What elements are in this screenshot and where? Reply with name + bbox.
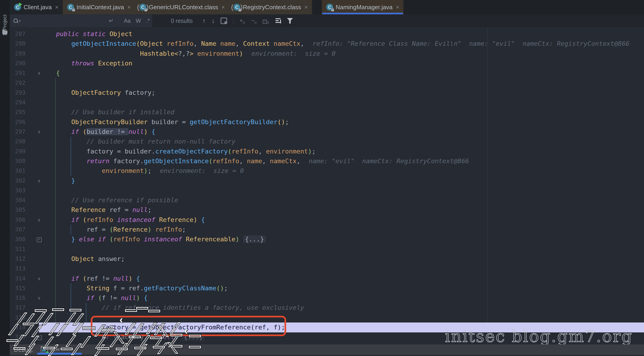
line-number: 311 <box>10 244 26 254</box>
filter-search-results-icon[interactable] <box>276 18 281 23</box>
code-line[interactable]: 298 // builder must return non-null fact… <box>10 137 644 146</box>
code-line[interactable]: 295 // Use builder if installed <box>10 107 644 117</box>
debug-tool-window-bar: Debug: Client × <box>10 345 644 355</box>
code-line[interactable]: 303 <box>10 186 644 195</box>
line-number: 307 <box>10 225 26 234</box>
code-text: Reference ref = null; <box>41 205 152 215</box>
toggle-occurrences-button[interactable]: ✓II <box>263 17 269 24</box>
code-text: } <box>41 176 75 186</box>
code-line[interactable]: 300 return factory.getObjectInstance(ref… <box>10 156 644 166</box>
tab-label: Client.java <box>24 4 52 11</box>
code-line[interactable]: 297∨ if (builder != null) { <box>10 127 644 137</box>
code-text: ObjectFactory factory; <box>41 88 155 98</box>
remove-occurrence-button[interactable]: −II <box>251 17 257 24</box>
editor-tab[interactable]: CNamingManager.java× <box>322 0 404 14</box>
select-all-occurrences-button[interactable] <box>220 17 227 24</box>
annotation-highlight-box <box>91 316 286 336</box>
code-text: throws Exception <box>41 58 132 68</box>
active-tab-underline <box>322 13 403 14</box>
code-line[interactable]: 287 public static Object <box>10 29 644 39</box>
words-toggle[interactable]: W <box>136 17 141 24</box>
code-line[interactable]: 290 throws Exception <box>10 58 644 68</box>
watermark: initsec blog.gm7.org <box>445 327 633 346</box>
java-class-icon: C <box>14 3 21 11</box>
code-line[interactable]: 306∨ if (refInfo instanceof Reference) { <box>10 215 644 225</box>
filter-icon[interactable] <box>287 18 293 23</box>
code-text: environment);environment: size = 0 <box>41 166 244 176</box>
code-line[interactable]: 301 environment);environment: size = 0 <box>10 166 644 176</box>
newline-icon[interactable]: ↵ <box>109 17 114 24</box>
line-number: 302 <box>10 176 26 186</box>
code-line[interactable]: 314∨ if (ref != null) { <box>10 274 644 283</box>
lock-icon <box>144 9 147 11</box>
line-number: 290 <box>10 58 26 68</box>
close-icon[interactable]: × <box>64 346 67 353</box>
search-input[interactable]: ▾ ↵ Aa W .* <box>10 14 152 27</box>
editor-tab[interactable]: CInitialContext.java× <box>63 0 135 14</box>
code-text: ref = (Reference) refInfo; <box>41 225 186 234</box>
code-text: if (f != null) { <box>41 293 148 303</box>
code-line[interactable]: 304 // Use reference if possible <box>10 195 644 205</box>
tab-label: GenericURLContext.class <box>149 4 218 11</box>
tool-window-stripe: 1: Project <box>0 0 10 356</box>
add-occurrence-button[interactable]: +II <box>239 17 245 24</box>
close-icon[interactable]: × <box>396 4 399 11</box>
close-icon[interactable]: × <box>55 4 58 11</box>
active-tab-underline <box>37 353 82 355</box>
code-text: // Use reference if possible <box>41 195 178 205</box>
code-line[interactable]: 313 <box>10 264 644 273</box>
close-icon[interactable]: × <box>304 4 308 11</box>
line-number: 318 <box>10 313 26 323</box>
debug-label: Debug: <box>14 346 33 353</box>
code-line[interactable]: 289 Hashtable<?,?> environment)environme… <box>10 49 644 58</box>
editor-tab[interactable]: CClient.java× <box>10 0 63 14</box>
code-line[interactable]: 293 ObjectFactory factory; <box>10 88 644 98</box>
tab-label: NamingManager.java <box>336 4 392 11</box>
code-line[interactable]: 307 ref = (Reference) refInfo; <box>10 225 644 234</box>
editor-tab[interactable]: (C)GenericURLContext.class× <box>135 0 229 14</box>
line-number: 308 <box>10 234 26 244</box>
line-number: 306 <box>10 215 26 225</box>
find-toolbar: ▾ ↵ Aa W .* 0 results ↑ ↓ +II −II ✓II <box>10 14 644 27</box>
search-history-dropdown-icon[interactable]: ▾ <box>19 19 20 23</box>
line-number: 299 <box>10 147 26 156</box>
code-line[interactable]: 288 getObjectInstance(Object refInfo, Na… <box>10 39 644 48</box>
close-icon[interactable]: × <box>127 4 131 11</box>
code-text: // Use builder if installed <box>41 107 174 117</box>
code-line[interactable]: 311 <box>10 244 644 254</box>
code-line[interactable]: 291∨ { <box>10 68 644 78</box>
close-icon[interactable]: × <box>221 4 225 11</box>
code-line[interactable]: 292 <box>10 78 644 88</box>
code-text: if (refInfo instanceof Reference) { <box>41 215 205 225</box>
java-class-icon: C <box>326 3 333 11</box>
prev-occurrence-button[interactable]: ↑ <box>202 17 206 24</box>
match-case-toggle[interactable]: Aa <box>124 17 130 24</box>
results-count: 0 results <box>171 17 192 24</box>
next-occurrence-button[interactable]: ↓ <box>212 17 215 24</box>
code-line[interactable]: 312 Object answer; <box>10 254 644 264</box>
regex-toggle[interactable]: .* <box>146 17 150 24</box>
code-line[interactable]: 317 // if reference identifies a factory… <box>10 303 644 313</box>
line-number: 304 <box>10 195 26 205</box>
code-line[interactable]: 296 ObjectFactoryBuilder builder = getOb… <box>10 117 644 127</box>
code-line[interactable]: 299 factory = builder.createObjectFactor… <box>10 147 644 156</box>
debugger-inline-hint: refInfo: "Reference Class Name: Evil\n" … <box>312 40 630 47</box>
line-number: 289 <box>10 49 26 58</box>
code-line[interactable]: 316∨ if (f != null) { <box>10 293 644 303</box>
tab-label: InitialContext.java <box>76 4 124 11</box>
code-line[interactable]: 305 Reference ref = null; <box>10 205 644 215</box>
line-number: 298 <box>10 137 26 146</box>
line-number: 317 <box>10 303 26 313</box>
code-editor[interactable]: 287 public static Object288 getObjectIns… <box>10 27 644 345</box>
line-number: 292 <box>10 78 26 88</box>
code-line[interactable]: 315 String f = ref.getFactoryClassName()… <box>10 283 644 293</box>
editor-tab[interactable]: (C)RegistryContext.class× <box>229 0 312 14</box>
code-line[interactable]: 294 <box>10 98 644 107</box>
code-text: String f = ref.getFactoryClassName(); <box>41 283 228 293</box>
code-line[interactable]: 308+ } else if (refInfo instanceof Refer… <box>10 234 644 244</box>
tab-label: RegistryContext.class <box>243 4 301 11</box>
debugger-inline-hint: environment: size = 0 <box>160 167 244 174</box>
code-line[interactable]: 302∧ } <box>10 176 644 186</box>
lock-icon <box>331 9 334 11</box>
line-number: 303 <box>10 186 26 195</box>
